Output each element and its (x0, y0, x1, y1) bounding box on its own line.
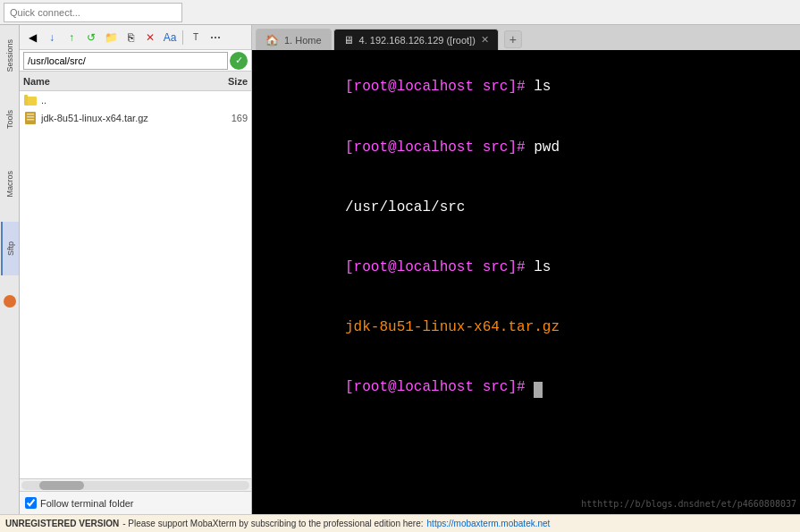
file-panel: ◀ ↓ ↑ ↺ 📁 ⎘ ✕ Aa T ⋯ (20, 25, 252, 514)
file-list: .. jdk-8u51-linux-x64.tar.gz 169 (20, 91, 251, 478)
file-output-5: jdk-8u51-linux-x64.tar.gz (345, 319, 560, 335)
terminal-line-3: /usr/local/src (259, 177, 793, 237)
cursor (534, 382, 543, 398)
terminal-area: 🏠 1. Home 🖥 4. 192.168.126.129 ([root]) … (252, 25, 800, 514)
terminal-line-5: jdk-8u51-linux-x64.tar.gz (259, 298, 793, 358)
prompt-4: [root@localhost src]# (345, 259, 534, 275)
jdk-file-name: jdk-8u51-linux-x64.tar.gz (41, 113, 206, 123)
view-button[interactable]: T (187, 29, 205, 46)
terminal-line-4: [root@localhost src]# ls (259, 238, 793, 298)
terminal-content[interactable]: [root@localhost src]# ls [root@localhost… (252, 50, 800, 514)
sidebar-sessions-label: Sessions (5, 39, 14, 72)
terminal-tab-icon: 🖥 (343, 34, 354, 46)
col-size-header: Size (206, 76, 251, 87)
sidebar-item-tools[interactable]: Tools (1, 93, 19, 147)
sidebar-sftp-label: Sftp (6, 241, 15, 256)
terminal-tab-bar: 🏠 1. Home 🖥 4. 192.168.126.129 ([root]) … (252, 25, 800, 50)
home-tab-label: 1. Home (284, 35, 322, 46)
sidebar-macros-label: Macros (5, 171, 14, 198)
rename-button[interactable]: Aa (161, 29, 179, 46)
terminal-line-2: [root@localhost src]# pwd (259, 117, 793, 177)
copy-button[interactable]: ⎘ (122, 29, 139, 46)
status-text: - Please support MobaXterm by subscribin… (122, 519, 423, 528)
terminal-tab-4[interactable]: 🖥 4. 192.168.126.129 ([root]) ✕ (333, 29, 499, 50)
cmd-4: ls (534, 259, 551, 275)
quick-connect-input[interactable] (4, 3, 182, 22)
svg-rect-4 (27, 114, 34, 115)
follow-terminal-text: Follow terminal folder (40, 498, 134, 509)
home-tab-icon: 🏠 (265, 34, 279, 46)
sidebar-item-sessions[interactable]: Sessions (1, 29, 19, 82)
scrollbar-track (21, 481, 249, 490)
new-folder-button[interactable]: 📁 (102, 29, 120, 46)
delete-button[interactable]: ✕ (141, 29, 159, 46)
nav-back-button[interactable]: ◀ (23, 29, 41, 46)
main-area: Sessions Tools Macros Sftp ◀ (0, 25, 800, 514)
sidebar-tabs: Sessions Tools Macros Sftp (0, 25, 20, 514)
follow-terminal-label[interactable]: Follow terminal folder (25, 497, 134, 509)
new-tab-button[interactable]: + (504, 30, 522, 48)
prompt-6: [root@localhost src]# (345, 379, 534, 395)
scrollbar-thumb (39, 481, 84, 490)
file-row-jdk[interactable]: jdk-8u51-linux-x64.tar.gz 169 (20, 109, 251, 127)
status-label: UNREGISTERED VERSION (5, 519, 119, 528)
path-bar: ✓ (20, 50, 251, 72)
prompt-1: [root@localhost src]# (345, 79, 534, 95)
jdk-file-size: 169 (206, 113, 248, 123)
file-panel-footer: Follow terminal folder (20, 491, 251, 514)
terminal-line-1: [root@localhost src]# ls (259, 57, 793, 117)
folder-up-icon (23, 93, 38, 107)
col-name-header: Name (20, 76, 206, 87)
prompt-2: [root@localhost src]# (345, 139, 534, 156)
output-3: /usr/local/src (345, 199, 465, 215)
sidebar-item-sftp[interactable]: Sftp (1, 222, 19, 275)
cmd-1: ls (534, 79, 551, 95)
status-link[interactable]: https://mobaxterm.mobatek.net (427, 519, 551, 528)
file-list-header: Name Size (20, 72, 251, 91)
app-container: Sessions Tools Macros Sftp ◀ (0, 0, 800, 532)
file-row-parent[interactable]: .. (20, 91, 251, 109)
svg-rect-1 (24, 95, 28, 97)
path-confirm-button[interactable]: ✓ (230, 52, 248, 70)
parent-dir-name: .. (41, 95, 206, 106)
refresh-button[interactable]: ↺ (82, 29, 100, 46)
svg-rect-6 (27, 119, 34, 121)
status-bar: UNREGISTERED VERSION - Please support Mo… (0, 514, 800, 532)
orange-circle-icon (4, 295, 16, 308)
path-input[interactable] (23, 52, 228, 70)
terminal-tab-label: 4. 192.168.126.129 ([root]) (359, 35, 476, 46)
file-toolbar: ◀ ↓ ↑ ↺ 📁 ⎘ ✕ Aa T ⋯ (20, 25, 251, 50)
archive-icon (23, 111, 38, 125)
sidebar-item-macros[interactable]: Macros (1, 157, 19, 211)
quick-connect-bar (0, 0, 800, 25)
follow-terminal-checkbox[interactable] (25, 497, 37, 509)
terminal-tab-close[interactable]: ✕ (481, 34, 489, 46)
download-button[interactable]: ↓ (43, 29, 61, 46)
terminal-tab-1[interactable]: 🏠 1. Home (256, 29, 332, 50)
terminal-line-6: [root@localhost src]# (259, 358, 793, 418)
upload-button[interactable]: ↑ (63, 29, 80, 46)
sidebar-tools-label: Tools (5, 110, 14, 129)
cmd-2: pwd (534, 139, 560, 156)
svg-rect-2 (28, 97, 37, 106)
more-button[interactable]: ⋯ (206, 29, 224, 46)
toolbar-separator (182, 30, 183, 45)
file-scrollbar[interactable] (20, 478, 251, 491)
svg-rect-5 (27, 116, 34, 118)
terminal-watermark: htthttp://b/blogs.dnsdnet/et/p4660808037 (581, 498, 796, 511)
